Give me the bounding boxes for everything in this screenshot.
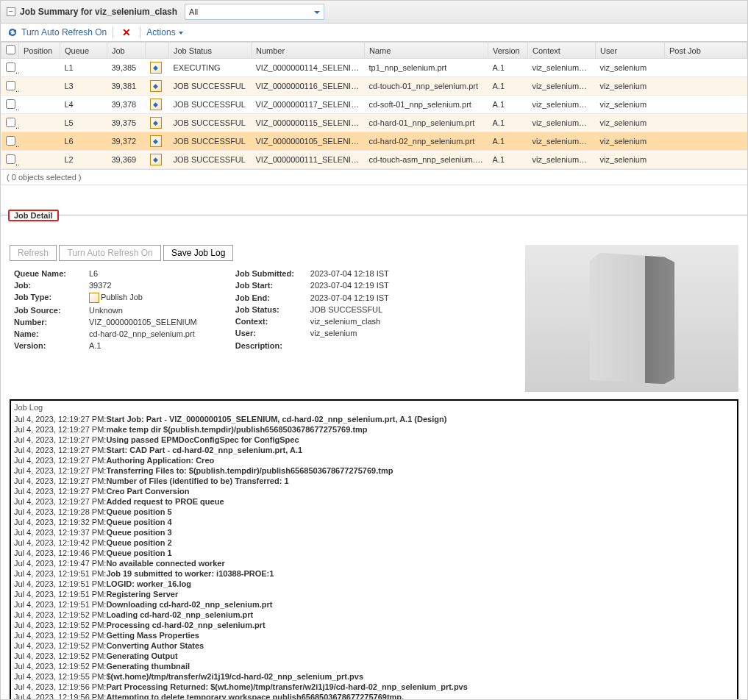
col-queue[interactable]: Queue xyxy=(60,43,107,59)
props-left: Queue Name:L6 Job:39372 Job Type:Publish… xyxy=(10,267,202,352)
cell-user: viz_selenium xyxy=(596,132,665,151)
cell-job: 39,378 xyxy=(107,96,146,114)
col-version[interactable]: Version xyxy=(488,43,528,59)
collapse-icon[interactable]: − xyxy=(7,7,15,16)
col-user[interactable]: User xyxy=(596,43,665,59)
cell-post xyxy=(665,114,747,132)
log-line: Jul 4, 2023, 12:19:27 PM:Using passed EP… xyxy=(14,435,734,445)
publish-icon: ◆ xyxy=(150,99,162,110)
cell-queue: L6 xyxy=(60,132,107,151)
selection-status: ( 0 objects selected ) xyxy=(1,169,747,185)
col-context[interactable]: Context xyxy=(528,43,596,59)
cell-job: 39,385 xyxy=(107,59,146,77)
cell-job: 39,375 xyxy=(107,114,146,132)
cell-icon: ◆ xyxy=(146,77,169,96)
cell-status: JOB SUCCESSFUL xyxy=(169,132,252,151)
log-line: Jul 4, 2023, 12:19:52 PM:Loading cd-hard… xyxy=(14,610,734,620)
cell-icon: ◆ xyxy=(146,151,169,169)
log-line: Jul 4, 2023, 12:19:32 PM:Queue position … xyxy=(14,517,734,527)
filter-dropdown[interactable]: All xyxy=(185,4,324,20)
cell-context: viz_selenium_c... xyxy=(528,59,596,77)
log-line: Jul 4, 2023, 12:19:27 PM:Transferring Fi… xyxy=(14,465,734,476)
cell-queue: L4 xyxy=(60,96,107,114)
publish-icon: ◆ xyxy=(150,135,162,147)
log-line: Jul 4, 2023, 12:19:52 PM:Processing cd-h… xyxy=(14,620,734,630)
save-log-button[interactable]: Save Job Log xyxy=(163,245,233,261)
cell-position xyxy=(19,59,60,77)
cell-context: viz_selenium_c... xyxy=(528,96,596,114)
cell-version: A.1 xyxy=(488,96,528,114)
table-row[interactable]: L239,369◆JOB SUCCESSFULVIZ_0000000111_SE… xyxy=(1,151,747,169)
col-name[interactable]: Name xyxy=(365,43,488,59)
log-line: Jul 4, 2023, 12:19:37 PM:Queue position … xyxy=(14,527,734,538)
actions-menu[interactable]: Actions xyxy=(146,27,182,38)
delete-icon[interactable]: ✕ xyxy=(119,26,134,38)
table-row[interactable]: L339,381◆JOB SUCCESSFULVIZ_0000000116_SE… xyxy=(1,77,747,96)
log-line: Jul 4, 2023, 12:19:52 PM:Getting Mass Pr… xyxy=(14,630,734,640)
cell-name: cd-touch-asm_nnp_selenium.asm xyxy=(365,151,488,169)
cell-icon: ◆ xyxy=(146,59,169,77)
log-line: Jul 4, 2023, 12:19:27 PM:Authoring Appli… xyxy=(14,455,734,465)
cell-context: viz_selenium_c... xyxy=(528,132,596,151)
col-postjob[interactable]: Post Job xyxy=(665,43,747,59)
log-line: Jul 4, 2023, 12:19:27 PM:Number of Files… xyxy=(14,476,734,486)
cell-status: JOB SUCCESSFUL xyxy=(169,77,252,96)
cell-status: EXECUTING xyxy=(169,59,252,77)
log-line: Jul 4, 2023, 12:19:52 PM:Converting Auth… xyxy=(14,640,734,651)
cell-position xyxy=(19,77,60,96)
detail-section-label: Job Detail xyxy=(8,210,59,221)
row-checkbox[interactable] xyxy=(6,63,15,72)
cell-status: JOB SUCCESSFUL xyxy=(169,96,252,114)
cell-number: VIZ_0000000116_SELENIUM xyxy=(252,77,365,96)
separator xyxy=(113,26,113,38)
publish-icon: ◆ xyxy=(150,154,162,165)
refresh-icon[interactable] xyxy=(7,26,18,38)
cell-icon: ◆ xyxy=(146,132,169,151)
cell-version: A.1 xyxy=(488,59,528,77)
job-table: Position Queue Job Job Status Number Nam… xyxy=(1,42,747,169)
refresh-button: Refresh xyxy=(10,245,57,261)
cell-queue: L2 xyxy=(60,151,107,169)
log-line: Jul 4, 2023, 12:19:27 PM:Start: CAD Part… xyxy=(14,445,734,455)
log-line: Jul 4, 2023, 12:19:47 PM:No available co… xyxy=(14,558,734,568)
log-line: Jul 4, 2023, 12:19:28 PM:Queue position … xyxy=(14,507,734,517)
table-row[interactable]: L439,378◆JOB SUCCESSFULVIZ_0000000117_SE… xyxy=(1,96,747,114)
col-status[interactable]: Job Status xyxy=(169,43,252,59)
log-line: Jul 4, 2023, 12:19:27 PM:make temp dir $… xyxy=(14,424,734,435)
cell-number: VIZ_0000000114_SELENIUM xyxy=(252,59,365,77)
log-line: Jul 4, 2023, 12:19:46 PM:Queue position … xyxy=(14,548,734,558)
cell-name: cd-hard-01_nnp_selenium.prt xyxy=(365,114,488,132)
table-row[interactable]: L639,372◆JOB SUCCESSFULVIZ_0000000105_SE… xyxy=(1,132,747,151)
row-checkbox[interactable] xyxy=(6,118,15,127)
cell-version: A.1 xyxy=(488,132,528,151)
col-position[interactable]: Position xyxy=(19,43,60,59)
cell-queue: L3 xyxy=(60,77,107,96)
job-thumbnail xyxy=(525,245,738,392)
cell-queue: L1 xyxy=(60,59,107,77)
cell-job: 39,369 xyxy=(107,151,146,169)
cell-name: tp1_nnp_selenium.prt xyxy=(365,59,488,77)
props-right: Job Submitted:2023-07-04 12:18 IST Job S… xyxy=(231,267,393,352)
col-icon[interactable] xyxy=(146,43,169,59)
cell-icon: ◆ xyxy=(146,114,169,132)
select-all-checkbox[interactable] xyxy=(6,45,15,54)
cell-icon: ◆ xyxy=(146,96,169,114)
cell-job: 39,372 xyxy=(107,132,146,151)
row-checkbox[interactable] xyxy=(6,81,15,90)
col-number[interactable]: Number xyxy=(252,43,365,59)
col-job[interactable]: Job xyxy=(107,43,146,59)
auto-refresh-toggle[interactable]: Turn Auto Refresh On xyxy=(21,27,107,38)
cell-status: JOB SUCCESSFUL xyxy=(169,151,252,169)
publish-icon xyxy=(89,293,99,303)
cell-post xyxy=(665,77,747,96)
table-row[interactable]: L539,375◆JOB SUCCESSFULVIZ_0000000115_SE… xyxy=(1,114,747,132)
log-line: Jul 4, 2023, 12:19:51 PM:Downloading cd-… xyxy=(14,599,734,610)
row-checkbox[interactable] xyxy=(6,136,15,146)
row-checkbox[interactable] xyxy=(6,154,15,164)
row-checkbox[interactable] xyxy=(6,99,15,109)
log-line: Jul 4, 2023, 12:19:27 PM:Added request t… xyxy=(14,496,734,507)
cell-post xyxy=(665,59,747,77)
cell-user: viz_selenium xyxy=(596,96,665,114)
cell-job: 39,381 xyxy=(107,77,146,96)
table-row[interactable]: L139,385◆EXECUTINGVIZ_0000000114_SELENIU… xyxy=(1,59,747,77)
